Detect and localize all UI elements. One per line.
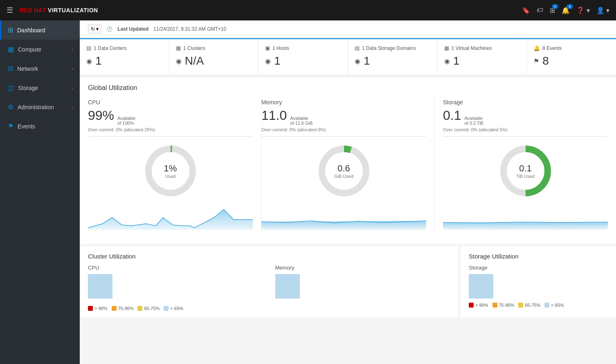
- svg-marker-8: [443, 222, 608, 230]
- cpu-big-value: 99%: [88, 108, 114, 123]
- cpu-donut-value: 1%: [164, 163, 177, 174]
- sidebar-label-events: Events: [18, 123, 73, 130]
- cluster-memory-section: Memory: [275, 265, 450, 303]
- administration-arrow-icon: ›: [72, 105, 73, 110]
- cpu-label: CPU: [88, 99, 253, 106]
- network-arrow-icon: ›: [72, 66, 73, 71]
- legend-label-75: 75-90%: [118, 306, 134, 311]
- cpu-donut: 1% Used: [142, 142, 199, 200]
- sidebar-item-events[interactable]: ⚑ Events: [0, 117, 80, 136]
- top-nav-icons: 🔖 🏷 ⊞ 0 🔔 8 ❓ ▾ 👤 ▾: [522, 7, 609, 14]
- card-data-centers[interactable]: ▤ 1 Data Centers ◉ 1: [80, 38, 169, 75]
- legend-item-75: 75-90%: [112, 306, 134, 311]
- memory-donut: 0.6 GiB Used: [315, 142, 373, 200]
- storage-util-label: Storage: [443, 99, 608, 106]
- cluster-cpu-label: CPU: [88, 265, 263, 271]
- legend-item-65: 65-75%: [137, 306, 160, 311]
- hosts-value: 1: [274, 54, 281, 67]
- dashboard-icon: ⊞: [8, 26, 13, 34]
- storage-arrow-icon: ›: [72, 85, 73, 90]
- cluster-cpu-section: CPU: [88, 265, 263, 303]
- sidebar: ⊞ Dashboard ▦ Compute › ⊟ Network › ◫ St…: [0, 20, 80, 364]
- storage-icon: ◫: [8, 84, 14, 92]
- card-events[interactable]: 🔔 8 Events ⚑ 8: [527, 38, 616, 75]
- memory-label: Memory: [261, 99, 426, 106]
- vm-value-icon: ◉: [444, 57, 450, 65]
- sidebar-label-storage: Storage: [18, 85, 67, 91]
- stor-legend-item-65: 65-75%: [518, 303, 540, 308]
- hosts-card-icon: ▣: [265, 45, 270, 51]
- legend-dot-65: [137, 306, 142, 311]
- compute-arrow-icon: ›: [72, 47, 73, 52]
- sidebar-item-network[interactable]: ⊟ Network ›: [0, 59, 80, 78]
- storage-sparkline: [443, 205, 608, 230]
- cpu-donut-sub: Used: [164, 174, 177, 179]
- legend-item-90: > 90%: [88, 306, 108, 311]
- storage-donut: 0.1 TiB Used: [497, 142, 554, 200]
- cpu-overcommit: Over commit: 0% (allocated 25%): [88, 127, 253, 132]
- card-data-storage[interactable]: ▤ 1 Data Storage Domains ◉ 1: [348, 38, 438, 75]
- cluster-legend: > 90% 75-90% 65-75% < 65%: [88, 306, 450, 311]
- memory-big-value: 11.0: [261, 108, 287, 123]
- cluster-util-panel: Cluster Utilization CPU Memory > 90%: [80, 246, 458, 317]
- stor-legend-dot-65: [518, 303, 523, 308]
- hosts-value-icon: ◉: [265, 57, 271, 65]
- refresh-button[interactable]: ↻ ▾: [88, 25, 101, 34]
- memory-donut-sub: GiB Used: [334, 174, 353, 179]
- hamburger-icon[interactable]: ☰: [7, 6, 13, 15]
- global-util-section: Global Utilization CPU 99% Available of …: [80, 78, 616, 244]
- help-icon[interactable]: ❓ ▾: [576, 7, 589, 14]
- svg-marker-2: [88, 209, 253, 230]
- data-storage-card-title: 1 Data Storage Domains: [362, 45, 416, 51]
- memory-avail-label: Available: [290, 116, 312, 121]
- sidebar-label-network: Network: [17, 65, 67, 72]
- data-centers-value: 1: [95, 54, 102, 67]
- last-updated-value: 11/24/2017, 9:31:32 AM GMT+10: [153, 26, 226, 32]
- cpu-donut-label: 1% Used: [164, 163, 177, 179]
- legend-label-90: > 90%: [94, 306, 108, 311]
- stor-legend-label-low: < 65%: [551, 303, 564, 308]
- hosts-card-title: 1 Hosts: [272, 45, 289, 51]
- memory-avail-of: of 11.6 GiB: [290, 121, 312, 126]
- storage-util-title: Storage Utilization: [469, 253, 608, 260]
- stor-legend-label-90: > 90%: [475, 303, 488, 308]
- storage-big-value: 0.1: [443, 108, 461, 123]
- cluster-memory-label: Memory: [275, 265, 450, 271]
- user-icon[interactable]: 👤 ▾: [596, 7, 609, 14]
- clusters-value-icon: ◉: [176, 57, 182, 65]
- stor-legend-label-65: 65-75%: [525, 303, 540, 308]
- events-card-title: 8 Events: [542, 45, 562, 51]
- card-clusters[interactable]: ▦ 1 Clusters ◉ N/A: [169, 38, 259, 75]
- storage-util-label-2: Storage: [469, 265, 608, 271]
- sidebar-label-compute: Compute: [18, 46, 67, 53]
- storage-overcommit: Over commit: 0% (allocated 5%): [443, 127, 608, 132]
- sidebar-item-storage[interactable]: ◫ Storage ›: [0, 78, 80, 97]
- bell-icon[interactable]: 🔔 8: [562, 7, 570, 14]
- legend-label-65: 65-75%: [144, 306, 160, 311]
- card-hosts[interactable]: ▣ 1 Hosts ◉ 1: [259, 38, 348, 75]
- grid-badge: 0: [552, 4, 558, 9]
- top-nav: ☰ RED HAT VIRTUALIZATION 🔖 🏷 ⊞ 0 🔔 8 ❓ ▾…: [0, 0, 616, 20]
- clusters-card-title: 1 Clusters: [183, 45, 205, 51]
- sidebar-item-administration[interactable]: ⚙ Administration ›: [0, 97, 80, 117]
- cpu-donut-container: 1% Used: [88, 142, 253, 200]
- sidebar-label-administration: Administration: [18, 104, 67, 110]
- storage-avail-label: Available: [464, 116, 483, 121]
- storage-legend: > 90% 75-90% 65-75% < 65%: [469, 303, 608, 308]
- clock-icon: 🕐: [106, 26, 112, 32]
- events-value-icon: ⚑: [533, 57, 539, 65]
- data-storage-card-icon: ▤: [355, 45, 360, 51]
- last-updated-label: Last Updated: [117, 26, 148, 32]
- cpu-sparkline: [88, 205, 253, 230]
- cpu-panel: CPU 99% Available of 100% Over commit: 0…: [88, 95, 261, 236]
- data-centers-card-icon: ▤: [86, 45, 91, 51]
- sidebar-item-dashboard[interactable]: ⊞ Dashboard: [0, 20, 80, 40]
- memory-donut-label: 0.6 GiB Used: [334, 163, 353, 179]
- storage-donut-label: 0.1 TiB Used: [516, 163, 535, 179]
- bookmark-icon[interactable]: 🔖: [522, 7, 530, 14]
- sidebar-item-compute[interactable]: ▦ Compute ›: [0, 40, 80, 59]
- card-virtual-machines[interactable]: ▦ 1 Virtual Machines ◉ 1: [438, 38, 527, 75]
- stor-legend-dot-low: [544, 303, 549, 308]
- tag-icon[interactable]: 🏷: [537, 7, 543, 14]
- grid-icon[interactable]: ⊞ 0: [550, 7, 555, 14]
